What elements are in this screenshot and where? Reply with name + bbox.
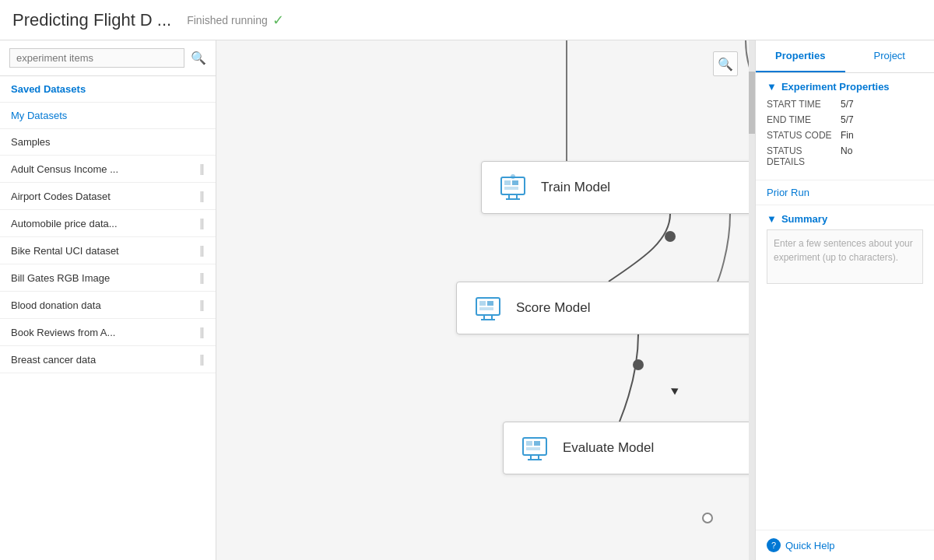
- sidebar-item-saved-datasets[interactable]: Saved Datasets: [0, 76, 216, 103]
- end-time-row: END TIME 5/7: [767, 114, 923, 125]
- svg-rect-3: [512, 180, 518, 185]
- score-model-icon: [471, 291, 505, 325]
- sidebar-item-bill-gates[interactable]: Bill Gates RGB Image ‖: [0, 264, 216, 292]
- page-title: Predicting Flight D ...: [12, 10, 171, 30]
- drag-handle-icon: ‖: [199, 271, 205, 284]
- search-input[interactable]: [9, 48, 184, 68]
- svg-rect-4: [504, 187, 518, 190]
- canvas-search-button[interactable]: 🔍: [713, 51, 738, 76]
- status-code-key: STATUS CODE: [767, 130, 841, 141]
- app-header: Predicting Flight D ... Finished running…: [0, 0, 934, 40]
- svg-rect-10: [479, 301, 486, 306]
- connector-dot-score-bottom: [633, 359, 644, 370]
- svg-rect-11: [487, 301, 493, 306]
- sidebar-list: Saved Datasets My Datasets Samples Adult…: [0, 76, 216, 560]
- connector-hollow-evaluate-bottom: [702, 513, 713, 523]
- connector-dot-train-bottom: [665, 231, 676, 242]
- sidebar: 🔍 Saved Datasets My Datasets Samples Adu…: [0, 40, 216, 560]
- tab-project[interactable]: Project: [845, 40, 935, 72]
- start-time-value: 5/7: [841, 99, 854, 110]
- status-code-value: Fin: [841, 130, 854, 141]
- drag-handle-icon: ‖: [199, 163, 205, 175]
- drag-handle-icon: ‖: [199, 299, 205, 311]
- summary-textarea[interactable]: Enter a few sentences about your experim…: [767, 229, 923, 284]
- status-details-key: STATUS DETAILS: [767, 145, 841, 167]
- sidebar-search-bar: 🔍: [0, 40, 216, 76]
- sidebar-item-airport-codes[interactable]: Airport Codes Dataset ‖: [0, 183, 216, 210]
- end-time-value: 5/7: [841, 114, 854, 125]
- experiment-canvas[interactable]: Train Model ✓ Score Model ✓: [216, 40, 749, 560]
- right-panel-tabs: Properties Project: [756, 40, 934, 73]
- summary-placeholder-text: Enter a few sentences about your experim…: [774, 238, 913, 263]
- status-details-row: STATUS DETAILS No: [767, 145, 923, 167]
- svg-rect-2: [504, 180, 511, 185]
- start-time-row: START TIME 5/7: [767, 99, 923, 110]
- svg-rect-19: [526, 447, 540, 450]
- evaluate-model-label: Evaluate Model: [563, 440, 749, 456]
- search-icon[interactable]: 🔍: [191, 51, 206, 65]
- train-model-label: Train Model: [541, 180, 749, 195]
- drag-handle-icon: ‖: [199, 190, 205, 202]
- quick-help-label: Quick Help: [785, 540, 835, 551]
- summary-arrow-icon: ▼: [767, 213, 777, 225]
- end-time-key: END TIME: [767, 114, 841, 125]
- drag-handle-icon: ‖: [199, 217, 205, 229]
- svg-rect-18: [534, 441, 540, 446]
- drag-handle-icon: ‖: [199, 244, 205, 257]
- status-text: Finished running: [187, 14, 268, 26]
- sidebar-item-my-datasets[interactable]: My Datasets: [0, 103, 216, 129]
- sidebar-item-bike-rental[interactable]: Bike Rental UCI dataset ‖: [0, 237, 216, 264]
- svg-rect-16: [523, 438, 546, 455]
- right-panel: Properties Project ▼ Experiment Properti…: [755, 40, 934, 560]
- tab-properties[interactable]: Properties: [756, 40, 845, 72]
- sidebar-item-book-reviews[interactable]: Book Reviews from A... ‖: [0, 319, 216, 346]
- train-model-node[interactable]: Train Model ✓: [481, 161, 749, 214]
- sidebar-item-breast-cancer[interactable]: Breast cancer data ‖: [0, 346, 216, 373]
- sidebar-item-samples[interactable]: Samples: [0, 129, 216, 156]
- train-model-icon: [496, 170, 530, 205]
- main-layout: 🔍 Saved Datasets My Datasets Samples Adu…: [0, 40, 934, 560]
- quick-help-section[interactable]: ? Quick Help: [756, 530, 934, 560]
- sidebar-item-blood-donation[interactable]: Blood donation data ‖: [0, 292, 216, 319]
- drag-handle-icon: ‖: [199, 326, 205, 338]
- collapse-arrow-icon: ▼: [767, 81, 777, 93]
- svg-rect-1: [501, 177, 525, 194]
- svg-rect-12: [479, 307, 493, 310]
- status-details-value: No: [841, 145, 852, 167]
- run-status: Finished running ✓: [187, 12, 284, 29]
- svg-rect-17: [526, 441, 532, 446]
- sidebar-item-automobile-price[interactable]: Automobile price data... ‖: [0, 210, 216, 237]
- score-model-node[interactable]: Score Model ✓: [456, 282, 749, 334]
- experiment-properties-section: ▼ Experiment Properties START TIME 5/7 E…: [756, 73, 934, 180]
- sidebar-item-adult-census[interactable]: Adult Census Income ... ‖: [0, 156, 216, 183]
- svg-point-8: [511, 174, 515, 179]
- experiment-properties-title: ▼ Experiment Properties: [767, 81, 923, 93]
- score-model-label: Score Model: [516, 300, 749, 316]
- status-check-icon: ✓: [272, 12, 284, 29]
- canvas-scrollbar-thumb: [749, 72, 755, 134]
- canvas-scrollbar[interactable]: [749, 40, 755, 560]
- start-time-key: START TIME: [767, 99, 841, 110]
- summary-section-title: ▼ Summary: [756, 205, 934, 229]
- prior-run-link[interactable]: Prior Run: [756, 180, 934, 205]
- drag-handle-icon: ‖: [199, 353, 205, 366]
- evaluate-model-node[interactable]: Evaluate Model ✓: [503, 422, 749, 474]
- evaluate-model-icon: [518, 431, 552, 465]
- quick-help-icon: ?: [767, 538, 781, 552]
- status-code-row: STATUS CODE Fin: [767, 130, 923, 141]
- svg-rect-9: [476, 298, 500, 315]
- mouse-cursor: [674, 389, 690, 404]
